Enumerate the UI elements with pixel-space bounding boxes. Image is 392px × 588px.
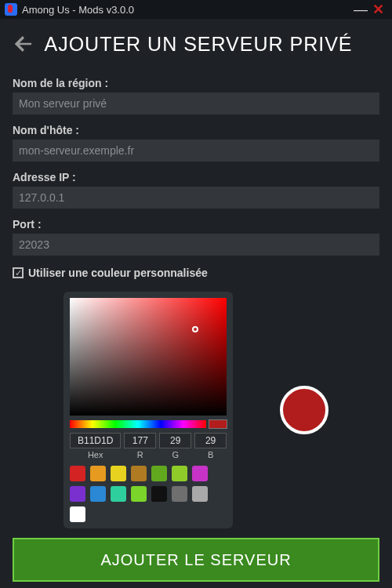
current-hue-swatch <box>209 420 227 428</box>
header: AJOUTER UN SERVEUR PRIVÉ <box>0 19 392 63</box>
form: Nom de la région : Nom d'hôte : Adresse … <box>0 63 392 528</box>
swatch[interactable] <box>111 486 126 502</box>
preset-swatches <box>70 466 227 522</box>
checkbox-icon: ✓ <box>13 267 24 278</box>
hostname-input[interactable] <box>13 140 379 162</box>
region-name-label: Nom de la région : <box>13 77 379 89</box>
green-input[interactable] <box>159 433 191 448</box>
swatch[interactable] <box>131 466 147 481</box>
swatch[interactable] <box>90 486 106 502</box>
hostname-label: Nom d'hôte : <box>13 124 379 136</box>
swatch[interactable] <box>172 486 187 502</box>
swatch[interactable] <box>192 466 208 481</box>
swatch[interactable] <box>151 486 167 502</box>
green-label: G <box>172 450 179 459</box>
use-custom-color-checkbox[interactable]: ✓ Utiliser une couleur personnalisée <box>13 267 379 279</box>
window-title: Among Us - Mods v3.0.0 <box>22 4 134 16</box>
swatch[interactable] <box>111 466 126 481</box>
minimize-button[interactable]: — <box>353 5 368 14</box>
arrow-left-icon <box>12 32 35 56</box>
swatch[interactable] <box>70 506 85 522</box>
swatch[interactable] <box>90 466 106 481</box>
swatch[interactable] <box>70 486 85 502</box>
add-server-button[interactable]: AJOUTER LE SERVEUR <box>13 538 379 582</box>
hex-label: Hex <box>88 450 103 459</box>
port-label: Port : <box>13 218 379 230</box>
saturation-value-area[interactable] <box>70 298 227 416</box>
color-picker: Hex R G B <box>64 292 233 528</box>
swatch[interactable] <box>172 466 187 481</box>
swatch[interactable] <box>192 486 208 502</box>
hue-slider[interactable] <box>70 420 206 428</box>
blue-label: B <box>208 450 213 459</box>
ip-address-label: Adresse IP : <box>13 171 379 183</box>
hex-input[interactable] <box>70 433 121 448</box>
red-label: R <box>137 450 143 459</box>
sv-cursor[interactable] <box>192 326 198 332</box>
color-preview <box>280 386 328 434</box>
blue-input[interactable] <box>194 433 227 448</box>
close-button[interactable]: ✕ <box>368 1 387 18</box>
swatch[interactable] <box>131 486 147 502</box>
use-custom-color-label: Utiliser une couleur personnalisée <box>28 267 208 279</box>
ip-address-input[interactable] <box>13 187 379 209</box>
red-input[interactable] <box>124 433 156 448</box>
page-title: AJOUTER UN SERVEUR PRIVÉ <box>38 33 383 56</box>
app-icon <box>5 3 17 16</box>
port-input[interactable] <box>13 234 379 256</box>
swatch[interactable] <box>151 466 167 481</box>
region-name-input[interactable] <box>13 93 379 114</box>
swatch[interactable] <box>70 466 85 481</box>
back-button[interactable] <box>9 30 38 58</box>
titlebar: Among Us - Mods v3.0.0 — ✕ <box>0 0 392 19</box>
